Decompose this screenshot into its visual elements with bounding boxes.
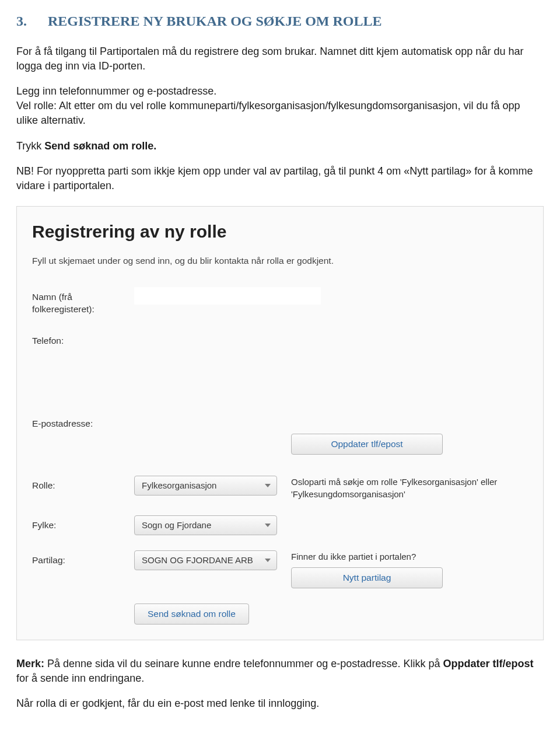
p4-pre: Trykk bbox=[16, 140, 44, 152]
namn-readonly-field bbox=[134, 287, 321, 305]
row-partilag: Partilag: SOGN OG FJORDANE ARB Finner du… bbox=[32, 550, 528, 588]
intro-paragraph-4: Trykk Send søknad om rolle. bbox=[16, 139, 544, 154]
row-rolle: Rolle: Fylkesorganisasjon Osloparti må s… bbox=[32, 476, 528, 500]
chevron-down-icon bbox=[265, 524, 271, 527]
send-soknad-label: Send søknad om rolle bbox=[148, 608, 236, 620]
merk-body2: for å sende inn endringane. bbox=[16, 672, 144, 684]
oppdater-button[interactable]: Oppdater tlf/epost bbox=[291, 434, 443, 455]
form-panel: Registrering av ny rolle Fyll ut skjemae… bbox=[16, 206, 544, 640]
rolle-select-value: Fylkesorganisasjon bbox=[142, 479, 216, 491]
row-fylke: Fylke: Sogn og Fjordane bbox=[32, 515, 528, 535]
form-title: Registrering av ny rolle bbox=[32, 219, 528, 244]
section-heading: 3.REGISTRERE NY BRUKAR OG SØKJE OM ROLLE bbox=[16, 12, 544, 32]
intro-paragraph-3: Vel rolle: Alt etter om du vel rolle kom… bbox=[16, 99, 544, 128]
merk-label: Merk: bbox=[16, 658, 44, 669]
intro-paragraph-1: For å få tilgang til Partiportalen må du… bbox=[16, 44, 544, 74]
form-intro: Fyll ut skjemaet under og send inn, og d… bbox=[32, 254, 528, 267]
send-soknad-button[interactable]: Send søknad om rolle bbox=[134, 604, 249, 625]
label-telefon: Telefon: bbox=[32, 331, 134, 347]
label-partilag: Partilag: bbox=[32, 550, 134, 567]
rolle-aside: Osloparti må søkje om rolle 'Fylkesorgan… bbox=[277, 476, 528, 500]
row-telefon: Telefon: bbox=[32, 331, 528, 347]
p4-bold: Send søknad om rolle. bbox=[44, 140, 156, 152]
fylke-select[interactable]: Sogn og Fjordane bbox=[134, 515, 277, 535]
section-number: 3. bbox=[16, 12, 48, 32]
nytt-partilag-button[interactable]: Nytt partilag bbox=[291, 567, 443, 588]
chevron-down-icon bbox=[265, 559, 271, 562]
section-title: REGISTRERE NY BRUKAR OG SØKJE OM ROLLE bbox=[48, 13, 382, 29]
label-rolle: Rolle: bbox=[32, 476, 134, 492]
rolle-select[interactable]: Fylkesorganisasjon bbox=[134, 476, 277, 496]
label-epost: E-postadresse: bbox=[32, 414, 134, 430]
intro-paragraph-2: Legg inn telefonnummer og e-postadresse. bbox=[16, 84, 544, 99]
submit-row: Send søknad om rolle bbox=[32, 604, 528, 625]
merk-paragraph: Merk: På denne sida vil du seinare kunne… bbox=[16, 657, 544, 686]
partilag-select-value: SOGN OG FJORDANE ARB bbox=[142, 554, 253, 566]
row-epost: E-postadresse: bbox=[32, 414, 528, 430]
oppdater-row: Oppdater tlf/epost bbox=[32, 434, 528, 455]
label-fylke: Fylke: bbox=[32, 515, 134, 532]
label-namn: Namn (frå folkeregisteret): bbox=[32, 287, 134, 316]
oppdater-button-label: Oppdater tlf/epost bbox=[331, 438, 402, 451]
chevron-down-icon bbox=[265, 484, 271, 487]
intro-paragraph-5: NB! For nyoppretta parti som ikkje kjem … bbox=[16, 164, 544, 193]
partilag-select[interactable]: SOGN OG FJORDANE ARB bbox=[134, 550, 277, 570]
partilag-aside: Finner du ikke partiet i portalen? Nytt … bbox=[277, 550, 528, 588]
merk-bold: Oppdater tlf/epost bbox=[443, 658, 533, 669]
fylke-select-value: Sogn og Fjordane bbox=[142, 519, 211, 531]
merk-body1: På denne sida vil du seinare kunne endre… bbox=[44, 658, 443, 669]
row-namn: Namn (frå folkeregisteret): bbox=[32, 287, 528, 316]
partilag-aside-text: Finner du ikke partiet i portalen? bbox=[291, 550, 528, 563]
final-paragraph: Når rolla di er godkjent, får du ein e-p… bbox=[16, 696, 544, 711]
nytt-partilag-label: Nytt partilag bbox=[343, 571, 391, 584]
